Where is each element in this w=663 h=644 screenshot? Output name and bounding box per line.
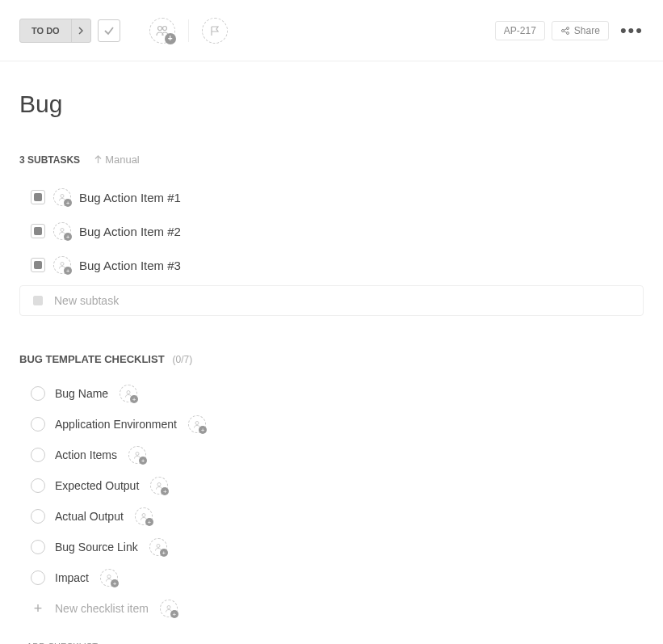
new-subtask-placeholder: New subtask: [54, 294, 119, 307]
checklist-row[interactable]: Action Items +: [19, 440, 644, 470]
plus-badge-icon: +: [170, 610, 178, 618]
plus-badge-icon: +: [199, 426, 207, 434]
checklist-header: BUG TEMPLATE CHECKLIST (0/7): [19, 353, 644, 365]
svg-point-15: [167, 606, 170, 609]
ticket-id-text: AP-217: [504, 25, 536, 36]
status-button-group: TO DO: [19, 19, 91, 43]
checklist-item-label: Impact: [55, 571, 89, 584]
svg-point-0: [157, 26, 162, 30]
svg-point-2: [561, 29, 564, 32]
subtask-status-checkbox[interactable]: [31, 190, 45, 204]
assign-subtask-button[interactable]: +: [53, 222, 71, 240]
plus-badge-icon: +: [130, 395, 138, 403]
checklist-checkbox[interactable]: [31, 509, 45, 524]
checklist-item-label: Actual Output: [55, 510, 124, 523]
assign-checklist-owner-button[interactable]: +: [188, 415, 206, 433]
svg-point-10: [136, 452, 139, 456]
assign-checklist-owner-button[interactable]: +: [150, 477, 168, 495]
svg-point-1: [162, 26, 166, 30]
share-icon: [560, 26, 570, 36]
svg-point-9: [195, 422, 199, 425]
subtask-status-checkbox[interactable]: [31, 224, 45, 238]
check-icon: [103, 25, 115, 36]
plus-badge-icon: +: [64, 199, 72, 207]
svg-point-13: [157, 545, 160, 548]
new-checklist-placeholder: New checklist item: [55, 602, 149, 615]
flag-icon: [209, 25, 220, 36]
sort-button[interactable]: Manual: [94, 154, 140, 166]
checklist-title: BUG TEMPLATE CHECKLIST: [19, 353, 165, 365]
svg-point-5: [61, 195, 64, 198]
priority-button[interactable]: [202, 18, 228, 44]
svg-point-14: [107, 575, 111, 579]
plus-badge-icon: +: [139, 457, 147, 465]
status-button[interactable]: TO DO: [20, 19, 71, 42]
checklist-item-label: Action Items: [55, 448, 117, 461]
svg-point-8: [127, 391, 130, 394]
arrow-up-icon: [94, 155, 102, 164]
checklist-row[interactable]: Application Environment +: [19, 409, 644, 440]
checklist-checkbox[interactable]: [31, 448, 45, 462]
assign-subtask-button[interactable]: +: [53, 188, 71, 206]
status-next-button[interactable]: [71, 19, 90, 42]
subtask-status-checkbox[interactable]: [31, 258, 45, 272]
subtasks-header: 3 SUBTASKS Manual: [19, 154, 644, 166]
checklist-item-label: Application Environment: [55, 418, 177, 431]
svg-point-4: [566, 32, 569, 34]
plus-badge-icon: +: [145, 518, 153, 526]
subtask-label: Bug Action Item #2: [79, 225, 181, 238]
subtasks-count: 3 SUBTASKS: [19, 154, 80, 166]
plus-badge-icon: +: [165, 33, 176, 44]
toolbar: TO DO + AP-217 Share •••: [0, 0, 663, 61]
assign-checklist-owner-button[interactable]: +: [100, 569, 118, 587]
checklist-checkbox[interactable]: [31, 386, 45, 401]
sort-label: Manual: [105, 154, 140, 166]
subtask-row[interactable]: + Bug Action Item #1: [19, 180, 644, 214]
checklist-checkbox[interactable]: [31, 570, 45, 585]
more-menu-button[interactable]: •••: [620, 26, 644, 35]
checklist-checkbox[interactable]: [31, 478, 45, 493]
main-content: Bug 3 SUBTASKS Manual + Bug Action Item …: [0, 61, 663, 644]
svg-point-11: [157, 483, 161, 486]
checklist-checkbox[interactable]: [31, 540, 45, 554]
divider: [188, 19, 189, 42]
checklist-count: (0/7): [173, 354, 193, 365]
share-label: Share: [574, 25, 600, 36]
checklist-row[interactable]: Actual Output +: [19, 501, 644, 532]
assign-subtask-button[interactable]: +: [53, 256, 71, 274]
complete-button[interactable]: [98, 19, 120, 42]
svg-point-3: [566, 27, 569, 29]
subtask-row[interactable]: + Bug Action Item #3: [19, 248, 644, 282]
ticket-id-chip[interactable]: AP-217: [495, 21, 545, 40]
svg-point-7: [61, 263, 64, 266]
svg-point-12: [142, 514, 145, 517]
checklist-checkbox[interactable]: [31, 417, 45, 431]
plus-badge-icon: +: [111, 579, 119, 587]
task-title[interactable]: Bug: [19, 90, 644, 118]
assign-checklist-owner-button[interactable]: +: [120, 385, 137, 402]
assign-checklist-owner-button[interactable]: +: [160, 600, 178, 617]
subtask-label: Bug Action Item #3: [79, 259, 181, 272]
assign-checklist-owner-button[interactable]: +: [128, 446, 146, 464]
checklist-row[interactable]: Impact +: [19, 562, 644, 593]
svg-point-6: [61, 229, 64, 232]
checklist-item-label: Expected Output: [55, 479, 139, 492]
assign-checklist-owner-button[interactable]: +: [149, 538, 167, 556]
subtask-label: Bug Action Item #1: [79, 191, 181, 204]
checklist-row[interactable]: Bug Name +: [19, 378, 644, 409]
plus-badge-icon: +: [160, 549, 168, 557]
checklist-item-label: Bug Source Link: [55, 541, 138, 554]
new-subtask-input[interactable]: New subtask: [19, 285, 644, 316]
checklist-item-label: Bug Name: [55, 387, 108, 400]
subtask-row[interactable]: + Bug Action Item #2: [19, 214, 644, 248]
assign-button[interactable]: +: [149, 18, 175, 44]
share-button[interactable]: Share: [552, 21, 609, 40]
new-checklist-item-input[interactable]: + New checklist item +: [19, 593, 644, 624]
checklist-row[interactable]: Expected Output +: [19, 470, 644, 501]
placeholder-checkbox-icon: [33, 296, 43, 305]
plus-badge-icon: +: [161, 487, 169, 495]
plus-badge-icon: +: [64, 267, 72, 275]
checklist-row[interactable]: Bug Source Link +: [19, 532, 644, 562]
assign-checklist-owner-button[interactable]: +: [135, 507, 153, 525]
plus-badge-icon: +: [64, 233, 72, 241]
